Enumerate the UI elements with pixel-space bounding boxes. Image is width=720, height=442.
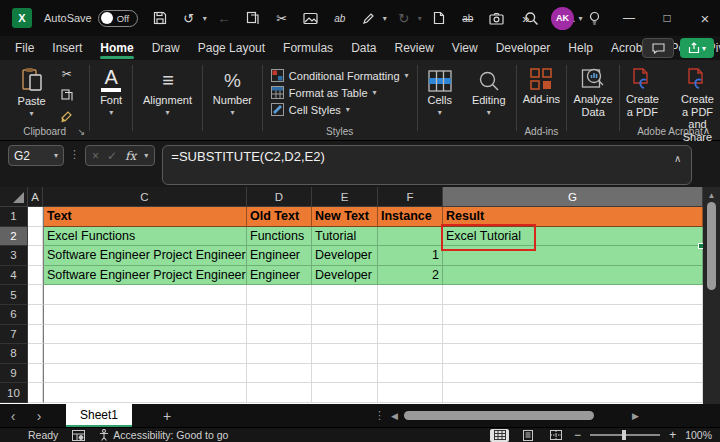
column-header-C[interactable]: C (43, 187, 247, 207)
column-header-F[interactable]: F (378, 187, 443, 207)
horizontal-scroll-thumb[interactable] (404, 411, 594, 420)
close-button[interactable]: × (690, 0, 720, 36)
undo-chevron-icon[interactable]: ▾ (203, 14, 207, 23)
cell-G8[interactable] (443, 344, 703, 364)
pen-chevron-icon[interactable]: ▾ (383, 14, 387, 23)
cell-styles-button[interactable]: Cell Styles ▾ (271, 103, 350, 116)
scrollbar-splitter-icon[interactable]: ⋮ (374, 409, 385, 422)
zoom-slider[interactable] (590, 434, 660, 436)
accessibility-status[interactable]: Accessibility: Good to go (99, 429, 228, 441)
scroll-left-icon[interactable]: ◀ (391, 411, 398, 421)
cell-E3[interactable]: Developer (312, 246, 378, 266)
cell-E7[interactable] (312, 325, 378, 345)
clipboard-dialog-launcher-icon[interactable]: ↘ (78, 127, 86, 137)
cell-F1[interactable]: Instance (378, 207, 443, 227)
cell-C7[interactable] (43, 325, 247, 345)
row-header-2[interactable]: 2 (0, 227, 28, 247)
vertical-scrollbar[interactable]: ▲ (703, 187, 720, 404)
copy-button[interactable] (56, 86, 78, 104)
row-header-7[interactable]: 7 (0, 325, 28, 345)
cell-G6[interactable] (443, 305, 703, 325)
cell-F2[interactable] (378, 227, 443, 247)
cell-D6[interactable] (247, 305, 312, 325)
cell-E5[interactable] (312, 285, 378, 305)
autosave-switch[interactable]: Off (98, 10, 138, 27)
macro-record-button[interactable] (72, 430, 85, 441)
sheet-tab-sheet1[interactable]: Sheet1 (66, 404, 132, 427)
cell-F6[interactable] (378, 305, 443, 325)
cell-C5[interactable] (43, 285, 247, 305)
tab-home[interactable]: Home (91, 38, 142, 59)
autosave-toggle[interactable]: AutoSave Off (44, 10, 138, 27)
cell-C2[interactable]: Excel Functions (43, 227, 247, 247)
cell-F9[interactable] (378, 364, 443, 384)
cell-E6[interactable] (312, 305, 378, 325)
font-group-button[interactable]: A Font ▾ (90, 60, 132, 140)
select-all-button[interactable] (0, 187, 28, 207)
strikethrough-icon[interactable]: ab (456, 6, 480, 30)
scroll-right-icon[interactable]: ▶ (632, 411, 639, 421)
cell-G4[interactable] (443, 266, 703, 286)
excel-logo-icon[interactable]: X (12, 8, 32, 28)
tab-help[interactable]: Help (559, 38, 602, 59)
cell-A5[interactable] (28, 285, 43, 305)
cell-F5[interactable] (378, 285, 443, 305)
cell-C1[interactable]: Text (43, 207, 247, 227)
analyze-data-button[interactable]: AnalyzeData (568, 65, 619, 120)
number-group-button[interactable]: % Number ▾ (203, 60, 262, 140)
camera-icon[interactable] (485, 6, 509, 30)
cell-E1[interactable]: New Text (312, 207, 378, 227)
scroll-up-icon[interactable]: ▲ (708, 187, 716, 202)
cell-A7[interactable] (28, 325, 43, 345)
replace-icon[interactable]: ab (328, 6, 352, 30)
cell-A10[interactable] (28, 383, 43, 403)
cell-A1[interactable] (28, 207, 43, 227)
cell-E8[interactable] (312, 344, 378, 364)
cancel-formula-icon[interactable]: × (92, 149, 99, 163)
cell-E4[interactable]: Developer (312, 266, 378, 286)
cell-D2[interactable]: Functions (247, 227, 312, 247)
cell-F10[interactable] (378, 383, 443, 403)
cut-icon[interactable]: ✂ (270, 6, 294, 30)
row-header-3[interactable]: 3 (0, 246, 28, 266)
row-header-5[interactable]: 5 (0, 285, 28, 305)
zoom-in-icon[interactable]: + (669, 428, 676, 442)
paste-button[interactable]: Paste ▾ (12, 65, 52, 125)
tab-page-layout[interactable]: Page Layout (189, 38, 274, 59)
cell-D10[interactable] (247, 383, 312, 403)
page-break-view-button[interactable] (546, 429, 565, 442)
page-layout-view-button[interactable] (518, 429, 537, 442)
cell-A6[interactable] (28, 305, 43, 325)
cell-G2[interactable]: Excel Tutorial (443, 227, 703, 247)
cell-G7[interactable] (443, 325, 703, 345)
cell-C10[interactable] (43, 383, 247, 403)
cell-G9[interactable] (443, 364, 703, 384)
tab-data[interactable]: Data (342, 38, 385, 59)
column-header-G[interactable]: G (443, 187, 703, 207)
cell-E9[interactable] (312, 364, 378, 384)
tab-file[interactable]: File (6, 38, 43, 59)
enter-formula-icon[interactable]: ✓ (107, 149, 117, 163)
copy-icon[interactable] (241, 6, 265, 30)
column-header-E[interactable]: E (312, 187, 378, 207)
cell-F4[interactable]: 2 (378, 266, 443, 286)
cell-D5[interactable] (247, 285, 312, 305)
editing-group-button[interactable]: Editing ▾ (462, 60, 516, 140)
pen-input-icon[interactable] (357, 6, 381, 30)
cell-G1[interactable]: Result (443, 207, 703, 227)
lightbulb-icon[interactable] (582, 6, 606, 30)
picture-icon[interactable] (299, 6, 323, 30)
normal-view-button[interactable] (490, 429, 509, 442)
tab-review[interactable]: Review (385, 38, 442, 59)
cell-C6[interactable] (43, 305, 247, 325)
cell-D7[interactable] (247, 325, 312, 345)
save-icon[interactable] (148, 6, 172, 30)
cell-E2[interactable]: Tutorial (312, 227, 378, 247)
name-box[interactable]: G2 ▾ (8, 145, 64, 166)
share-button[interactable]: ▾ (680, 38, 714, 58)
tab-view[interactable]: View (443, 38, 487, 59)
sheet-nav-left-icon[interactable]: ‹ (0, 408, 26, 424)
cell-C9[interactable] (43, 364, 247, 384)
insert-function-icon[interactable]: fx (125, 149, 136, 163)
cell-A4[interactable] (28, 266, 43, 286)
